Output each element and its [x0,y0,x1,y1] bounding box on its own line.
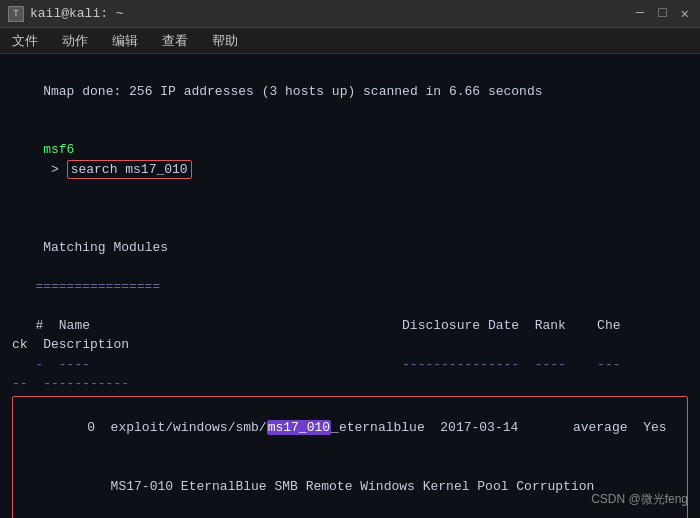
menu-help[interactable]: 帮助 [208,30,242,52]
maximize-button[interactable]: □ [655,5,669,22]
menu-edit[interactable]: 编辑 [108,30,142,52]
menu-action[interactable]: 动作 [58,30,92,52]
section-underline: ================ [12,277,688,297]
highlight-ms17010-row0: ms17_010 [267,420,331,435]
menu-file[interactable]: 文件 [8,30,42,52]
result-row-0: 0 exploit/windows/smb/ms17_010_eternalbl… [12,396,688,519]
col-header1: # Name Disclosure Date Rank Che [12,316,688,336]
prompt1: msf6 [43,142,74,157]
window-title: kail@kali: ~ [30,6,124,21]
titlebar-left: T kail@kali: ~ [8,6,124,22]
terminal-icon: T [8,6,24,22]
titlebar: T kail@kali: ~ ─ □ ✕ [0,0,700,28]
menubar: 文件 动作 编辑 查看 帮助 [0,28,700,54]
col-sep1: - ---- --------------- ---- --- [12,355,688,375]
nmap-done-line: Nmap done: 256 IP addresses (3 hosts up)… [12,62,688,121]
result-row0-desc: MS17-010 EternalBlue SMB Remote Windows … [17,457,683,516]
menu-view[interactable]: 查看 [158,30,192,52]
minimize-button[interactable]: ─ [633,5,647,22]
close-button[interactable]: ✕ [678,5,692,22]
blank-line2 [12,296,688,316]
window-controls[interactable]: ─ □ ✕ [633,5,692,22]
result-row0-main: 0 exploit/windows/smb/ms17_010_eternalbl… [17,399,683,458]
col-sep2: -- ----------- [12,374,688,394]
col-header2: ck Description [12,335,688,355]
prompt-search-line: msf6 > search ms17_010 [12,121,688,199]
terminal: Nmap done: 256 IP addresses (3 hosts up)… [0,54,700,518]
blank-line1 [12,199,688,219]
watermark: CSDN @微光feng [591,490,688,508]
search-command: search ms17_010 [67,160,192,179]
matching-modules-title: Matching Modules [12,218,688,277]
